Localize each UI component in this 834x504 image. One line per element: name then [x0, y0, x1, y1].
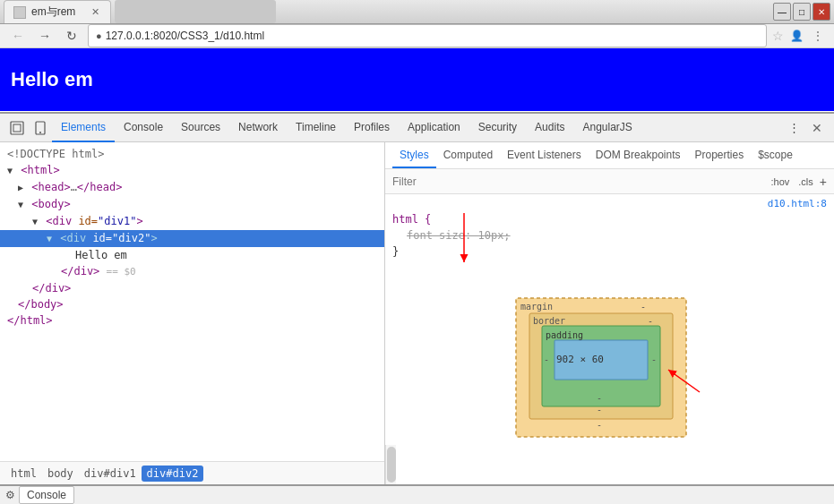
- cls-button[interactable]: .cls: [795, 175, 816, 188]
- console-bar: ⚙ Console: [0, 484, 834, 504]
- dom-line-html[interactable]: ▼ <html>: [0, 162, 384, 179]
- menu-icon[interactable]: ⋮: [809, 27, 827, 45]
- dom-line-text: Hello em: [0, 247, 384, 263]
- dom-line-close-div2: </div> == $0: [0, 263, 384, 280]
- expand-head[interactable]: ▶: [18, 183, 23, 192]
- svg-text:-: -: [597, 405, 602, 414]
- blue-banner: Hello em: [0, 48, 834, 111]
- svg-text:border: border: [533, 316, 565, 326]
- dom-line-close-body: </body>: [0, 296, 384, 312]
- mobile-icon: [34, 121, 47, 135]
- styles-filter-input[interactable]: [392, 175, 769, 188]
- dom-line-close-html: </html>: [0, 312, 384, 329]
- dom-line-div2[interactable]: ▼ <div id="div2">: [0, 230, 384, 247]
- expand-div1[interactable]: ▼: [32, 217, 38, 226]
- rule-selector-line: html {: [392, 211, 827, 227]
- hello-em-heading: Hello em: [11, 68, 93, 91]
- dom-line-body[interactable]: ▼ <body>: [0, 196, 384, 213]
- restore-button[interactable]: □: [793, 3, 811, 21]
- tab-sources[interactable]: Sources: [172, 114, 229, 142]
- tab-network[interactable]: Network: [229, 114, 287, 142]
- tab-timeline[interactable]: Timeline: [287, 114, 345, 142]
- breadcrumb-div1[interactable]: div#div1: [79, 466, 142, 482]
- svg-text:-: -: [544, 355, 549, 364]
- add-style-button[interactable]: +: [820, 175, 827, 189]
- expand-body[interactable]: ▼: [18, 200, 23, 209]
- rule-property-line[interactable]: font-size: 10px;: [392, 227, 827, 243]
- svg-text:padding: padding: [546, 330, 583, 340]
- tab-event-listeners[interactable]: Event Listeners: [500, 143, 589, 168]
- address-right-controls: ☆ 👤 ⋮: [772, 27, 827, 45]
- tab-dom-breakpoints[interactable]: DOM Breakpoints: [589, 143, 688, 168]
- breadcrumb-html[interactable]: html: [5, 466, 42, 482]
- console-settings-icon[interactable]: ⚙: [5, 489, 15, 501]
- styles-annotation-spacer: [392, 267, 827, 276]
- mobile-view-button[interactable]: [29, 116, 52, 140]
- url-text: 127.0.0.1:8020/CSS3_1/d10.html: [106, 30, 264, 42]
- tab-security[interactable]: Security: [469, 114, 526, 142]
- title-bar-controls: — □ ✕: [773, 3, 830, 21]
- box-model-area: margin - border - padding 902 × 60 - -: [392, 294, 827, 441]
- tab-audits[interactable]: Audits: [526, 114, 573, 142]
- browser-tab[interactable]: em与rem ✕: [4, 0, 111, 23]
- dom-content: <!DOCTYPE html> ▼ <html> ▶ <head>…</head…: [0, 142, 384, 461]
- tab-close-button[interactable]: ✕: [90, 6, 101, 18]
- dom-line-close-div1: </div>: [0, 280, 384, 296]
- url-bar[interactable]: ● 127.0.0.1:8020/CSS3_1/d10.html: [88, 24, 767, 47]
- dom-line-head[interactable]: ▶ <head>…</head>: [0, 179, 384, 196]
- scrollbar-thumb[interactable]: [387, 447, 396, 483]
- dom-line-div1[interactable]: ▼ <div id="div1">: [0, 213, 384, 230]
- devtools-toolbar: Elements Console Sources Network Timelin…: [0, 114, 834, 142]
- rule-source: d10.html:8: [392, 198, 827, 209]
- breadcrumb-div2[interactable]: div#div2: [142, 466, 204, 482]
- styles-tabs: Styles Computed Event Listeners DOM Brea…: [385, 142, 834, 169]
- console-tab-button[interactable]: Console: [19, 486, 74, 504]
- rule-source-link[interactable]: d10.html:8: [768, 198, 827, 209]
- inspect-icon: [10, 121, 24, 135]
- tab-computed[interactable]: Computed: [436, 143, 500, 168]
- tab-angularjs[interactable]: AngularJS: [573, 114, 641, 142]
- devtools-body: <!DOCTYPE html> ▼ <html> ▶ <head>…</head…: [0, 142, 834, 484]
- rule-close-line: }: [392, 243, 827, 260]
- tab-title: em与rem: [31, 4, 75, 20]
- expand-html[interactable]: ▼: [7, 166, 13, 175]
- forward-button[interactable]: →: [34, 25, 56, 47]
- hov-button[interactable]: :hov: [769, 175, 793, 188]
- address-bar: ← → ↻ ● 127.0.0.1:8020/CSS3_1/d10.html ☆…: [0, 24, 834, 48]
- tab-profiles[interactable]: Profiles: [345, 114, 399, 142]
- breadcrumb-body[interactable]: body: [42, 466, 79, 482]
- tab-elements[interactable]: Elements: [52, 114, 115, 142]
- title-bar: em与rem ✕ — □ ✕: [0, 0, 834, 24]
- expand-div2[interactable]: ▼: [47, 234, 52, 243]
- tab-favicon: [13, 6, 26, 19]
- tab-application[interactable]: Application: [399, 114, 469, 142]
- styles-filter-bar: :hov .cls +: [385, 169, 834, 194]
- svg-text:margin: margin: [520, 302, 553, 312]
- svg-rect-3: [13, 124, 21, 132]
- svg-text:-: -: [648, 316, 653, 326]
- close-button[interactable]: ✕: [813, 3, 830, 21]
- tab-properties[interactable]: Properties: [687, 143, 751, 168]
- tab-scope[interactable]: $scope: [751, 143, 800, 168]
- bookmark-icon[interactable]: ☆: [772, 29, 784, 43]
- svg-text:-: -: [651, 355, 657, 364]
- svg-text:-: -: [597, 420, 602, 430]
- person-icon[interactable]: 👤: [787, 27, 805, 45]
- minimize-button[interactable]: —: [773, 3, 791, 21]
- inspect-element-button[interactable]: [5, 116, 29, 140]
- filter-right-controls: :hov .cls +: [769, 175, 827, 189]
- back-button[interactable]: ←: [7, 25, 29, 47]
- scrollbar[interactable]: [385, 445, 396, 484]
- dom-panel: <!DOCTYPE html> ▼ <html> ▶ <head>…</head…: [0, 142, 385, 484]
- tab-console[interactable]: Console: [115, 114, 172, 142]
- tab-styles[interactable]: Styles: [392, 143, 436, 168]
- devtools-more-button[interactable]: ⋮: [782, 116, 805, 140]
- svg-text:-: -: [597, 393, 602, 403]
- browser-window: em与rem ✕ — □ ✕ ← → ↻ ● 127.0.0.1:8020/CS…: [0, 0, 834, 504]
- url-lock-icon: ●: [96, 30, 102, 41]
- devtools-close-button[interactable]: ✕: [805, 116, 829, 140]
- page-content: Hello em: [0, 48, 834, 112]
- style-rule-html: d10.html:8 html { font-size: 10px; }: [392, 198, 827, 260]
- devtools-tabs: Elements Console Sources Network Timelin…: [52, 114, 782, 142]
- refresh-button[interactable]: ↻: [61, 25, 82, 47]
